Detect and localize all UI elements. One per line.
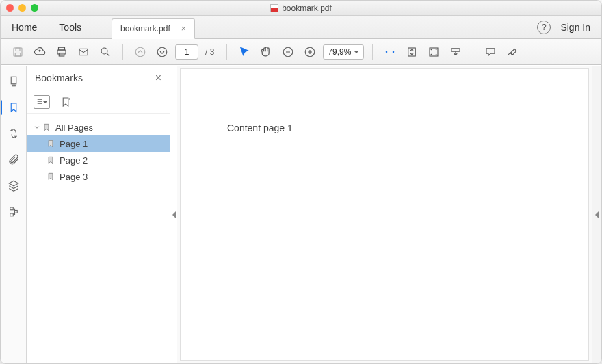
bookmark-root[interactable]: All Pages xyxy=(27,119,170,135)
tools-pane-handle[interactable] xyxy=(592,66,601,363)
top-right-actions: ? Sign In xyxy=(537,16,601,38)
comment-button[interactable] xyxy=(482,43,499,61)
document-tab-label: bookmark.pdf xyxy=(120,24,170,34)
svg-rect-1 xyxy=(16,48,20,51)
bookmark-item[interactable]: Page 3 xyxy=(27,168,170,185)
titlebar: bookmark.pdf xyxy=(1,1,601,16)
help-button[interactable]: ? xyxy=(537,21,551,34)
top-tabs-row: Home Tools bookmark.pdf × ? Sign In xyxy=(1,16,601,39)
hand-tool-button[interactable] xyxy=(257,43,275,61)
svg-point-9 xyxy=(157,47,167,57)
toolbar: / 3 79,9% xyxy=(1,39,601,65)
svg-point-7 xyxy=(101,48,107,54)
bookmark-icon xyxy=(42,122,51,132)
attachments-sync-rail-button[interactable] xyxy=(4,125,23,142)
model-tree-rail-button[interactable] xyxy=(4,203,23,220)
bookmark-item[interactable]: Page 2 xyxy=(27,152,170,168)
sign-in-button[interactable]: Sign In xyxy=(560,22,590,33)
bookmarks-rail-button[interactable] xyxy=(4,99,23,116)
main-area: Bookmarks × ☰ All Pages xyxy=(1,66,601,363)
zoom-select[interactable]: 79,9% xyxy=(323,44,364,60)
tab-tools[interactable]: Tools xyxy=(48,16,92,38)
svg-rect-14 xyxy=(452,48,460,51)
fit-width-button[interactable] xyxy=(381,43,399,61)
close-panel-button[interactable]: × xyxy=(155,72,161,84)
bookmark-root-label: All Pages xyxy=(55,122,93,133)
nav-rail xyxy=(1,66,27,363)
toolbar-separator xyxy=(226,44,227,60)
search-button[interactable] xyxy=(96,43,114,61)
zoom-out-button[interactable] xyxy=(279,43,297,61)
print-button[interactable] xyxy=(53,43,70,61)
app-window: bookmark.pdf Home Tools bookmark.pdf × ?… xyxy=(0,0,602,364)
bookmark-item-label: Page 1 xyxy=(60,139,88,149)
bookmark-item-label: Page 3 xyxy=(60,172,88,182)
read-mode-button[interactable] xyxy=(447,43,464,61)
bookmarks-panel: Bookmarks × ☰ All Pages xyxy=(27,66,170,363)
panel-tools: ☰ xyxy=(27,90,170,114)
attachments-rail-button[interactable] xyxy=(4,151,23,168)
window-title-text: bookmark.pdf xyxy=(282,3,332,13)
svg-point-8 xyxy=(135,47,145,57)
fullscreen-window-button[interactable] xyxy=(31,4,38,12)
window-title: bookmark.pdf xyxy=(1,3,601,13)
page-content-text: Content page 1 xyxy=(227,122,588,133)
tab-home[interactable]: Home xyxy=(1,16,48,38)
page-total-label: / 3 xyxy=(205,47,214,57)
bookmark-item[interactable]: Page 1 xyxy=(27,135,170,152)
svg-rect-6 xyxy=(79,49,88,55)
document-tab[interactable]: bookmark.pdf × xyxy=(112,18,195,39)
save-button xyxy=(9,43,27,61)
bookmark-icon xyxy=(46,139,55,148)
toolbar-separator xyxy=(122,44,123,60)
sign-button[interactable] xyxy=(503,43,521,61)
svg-rect-15 xyxy=(11,77,16,84)
minimize-window-button[interactable] xyxy=(18,4,26,12)
panel-header: Bookmarks × xyxy=(27,66,170,90)
page-number-input[interactable] xyxy=(175,44,198,60)
close-window-button[interactable] xyxy=(6,4,14,12)
collapse-panel-handle[interactable] xyxy=(170,66,177,363)
bookmark-item-label: Page 2 xyxy=(60,155,88,166)
svg-rect-16 xyxy=(12,85,15,86)
bookmark-icon xyxy=(46,155,55,165)
email-button[interactable] xyxy=(75,43,92,61)
pdf-file-icon xyxy=(270,4,278,12)
close-tab-button[interactable]: × xyxy=(181,24,186,34)
selection-tool-button[interactable] xyxy=(235,43,253,61)
svg-rect-17 xyxy=(10,207,13,210)
panel-title: Bookmarks xyxy=(35,73,83,83)
fullscreen-button[interactable] xyxy=(425,43,443,61)
new-bookmark-button[interactable] xyxy=(60,96,72,108)
panel-options-button[interactable]: ☰ xyxy=(34,95,50,109)
svg-rect-19 xyxy=(10,213,13,216)
svg-rect-5 xyxy=(59,53,64,56)
fit-page-button[interactable] xyxy=(403,43,421,61)
thumbnails-rail-button[interactable] xyxy=(4,73,23,90)
page-down-button[interactable] xyxy=(153,43,171,61)
toolbar-separator xyxy=(372,44,373,60)
page-up-button xyxy=(131,43,149,61)
svg-rect-2 xyxy=(15,53,21,56)
layers-rail-button[interactable] xyxy=(4,177,23,194)
window-controls xyxy=(6,4,38,12)
zoom-value: 79,9% xyxy=(328,47,351,57)
toolbar-separator xyxy=(473,44,473,60)
bookmarks-tree: All Pages Page 1Page 2Page 3 xyxy=(27,114,170,190)
cloud-upload-button[interactable] xyxy=(31,43,49,61)
bookmark-icon xyxy=(46,172,55,181)
page-surface: Content page 1 xyxy=(180,68,589,361)
document-viewport[interactable]: Content page 1 xyxy=(177,66,601,363)
zoom-in-button[interactable] xyxy=(301,43,319,61)
expand-caret-icon[interactable] xyxy=(32,124,42,131)
